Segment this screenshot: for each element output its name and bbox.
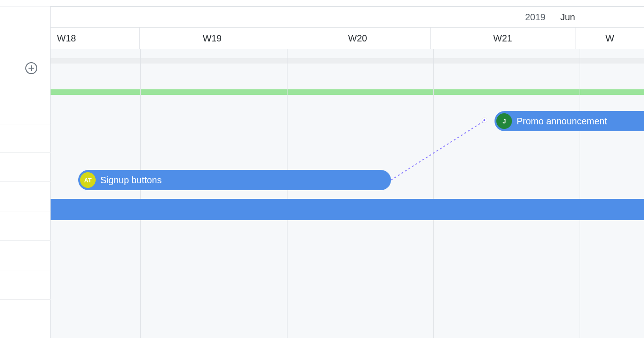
gantt-area[interactable]: 2019 Jun W18W19W20W21W JPromo announceme… xyxy=(51,6,644,338)
sidebar-row-divider xyxy=(0,181,51,182)
week-header-W19[interactable]: W19 xyxy=(140,28,286,49)
task-signup[interactable]: ATSignup buttons xyxy=(78,170,391,190)
year-label: 2019 xyxy=(525,12,546,23)
sidebar-row-divider xyxy=(0,270,51,270)
task-bar-full[interactable] xyxy=(51,199,644,220)
sidebar-row-divider xyxy=(0,124,51,124)
month-divider xyxy=(555,7,555,27)
avatar: J xyxy=(496,113,512,129)
dependency-line xyxy=(51,49,644,338)
svg-line-0 xyxy=(391,121,484,180)
timeline-header: 2019 Jun W18W19W20W21W xyxy=(51,6,644,49)
add-button[interactable] xyxy=(25,62,37,74)
sidebar-row-divider xyxy=(0,240,51,241)
task-promo[interactable]: JPromo announcement xyxy=(494,111,644,131)
week-header-W[interactable]: W xyxy=(575,28,644,49)
sidebar-row-divider xyxy=(0,211,51,211)
sidebar-row-divider xyxy=(0,299,51,300)
week-header-W20[interactable]: W20 xyxy=(285,28,431,49)
week-header-W21[interactable]: W21 xyxy=(431,28,576,49)
task-label: Promo announcement xyxy=(517,116,607,127)
month-label[interactable]: Jun xyxy=(560,12,575,23)
task-label: Signup buttons xyxy=(100,175,161,186)
sidebar-row-divider xyxy=(0,152,51,153)
week-header-W18[interactable]: W18 xyxy=(51,28,140,49)
sidebar xyxy=(0,6,51,338)
week-row: W18W19W20W21W xyxy=(51,27,644,49)
top-divider xyxy=(0,0,644,6)
dependency-endpoint-dot[interactable] xyxy=(482,118,487,122)
avatar: AT xyxy=(80,172,96,188)
